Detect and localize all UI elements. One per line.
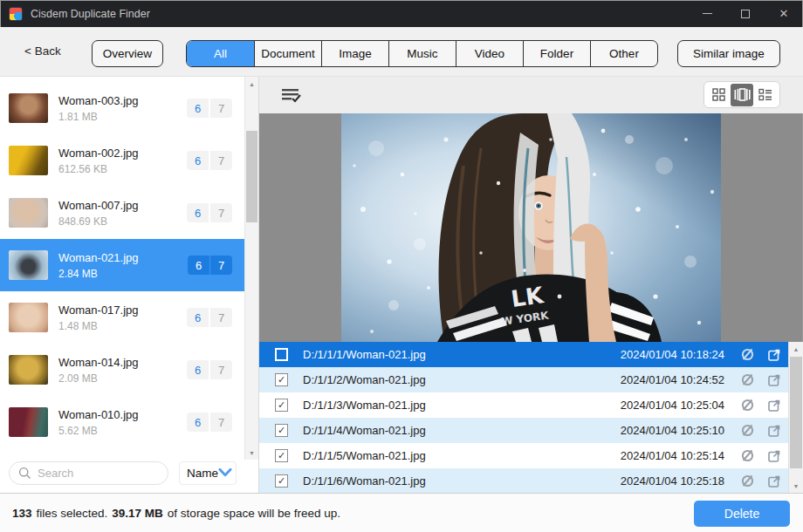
- group-item[interactable]: Woman-003.jpg 1.81 MB 6 7: [0, 82, 244, 134]
- hide-file-button[interactable]: [740, 474, 755, 488]
- count-badges: 6 7: [187, 99, 232, 118]
- tab-other[interactable]: Other: [590, 41, 657, 66]
- close-icon: ✕: [779, 7, 789, 20]
- maximize-button[interactable]: [726, 0, 765, 27]
- selected-count-badge: 6: [187, 203, 209, 222]
- group-item[interactable]: Woman-010.jpg 5.62 MB 6 7: [0, 396, 244, 448]
- open-file-button[interactable]: [767, 399, 781, 413]
- list-view-icon: [758, 88, 772, 101]
- total-count-badge: 7: [210, 413, 232, 432]
- freed-size-label: of storage space will be freed up.: [168, 507, 340, 520]
- group-list: Woman-003.jpg 1.81 MB 6 7 Woman-002.jpg …: [0, 77, 244, 460]
- selected-count-badge: 6: [187, 308, 209, 327]
- file-checkbox-checked[interactable]: ✓: [275, 424, 288, 437]
- thumbnail: [9, 355, 48, 385]
- file-checkbox-unchecked[interactable]: [275, 348, 288, 361]
- file-name: Woman-010.jpg: [58, 408, 139, 421]
- filelist-scrollbar[interactable]: ▲ ▼: [788, 342, 803, 493]
- scroll-down-icon[interactable]: ▼: [245, 446, 258, 460]
- freed-size: 39.17 MB: [112, 507, 163, 520]
- group-item[interactable]: Woman-017.jpg 1.48 MB 6 7: [0, 291, 244, 344]
- total-count-badge: 7: [210, 256, 232, 275]
- tab-all[interactable]: All: [187, 41, 254, 66]
- scroll-up-icon[interactable]: ▲: [789, 342, 803, 356]
- duplicate-file-row[interactable]: ✓ D:/1/1/6/Woman-021.jpg 2024/01/04 10:2…: [259, 468, 788, 493]
- file-size: 1.48 MB: [58, 320, 139, 332]
- hide-file-button[interactable]: [740, 423, 755, 438]
- thumbnail: [9, 93, 48, 123]
- file-date: 2024/01/04 10:25:14: [621, 449, 724, 462]
- file-checkbox-checked[interactable]: ✓: [275, 474, 288, 488]
- minimize-button[interactable]: [688, 0, 726, 27]
- duplicate-file-row[interactable]: ✓ D:/1/1/3/Woman-021.jpg 2024/01/04 10:2…: [259, 392, 788, 418]
- tab-image[interactable]: Image: [321, 41, 388, 66]
- total-count-badge: 7: [210, 360, 232, 379]
- hide-file-button[interactable]: [740, 347, 755, 362]
- scroll-up-icon[interactable]: ▲: [245, 77, 258, 91]
- group-item[interactable]: Woman-014.jpg 2.09 MB 6 7: [0, 344, 244, 396]
- close-button[interactable]: ✕: [765, 0, 803, 27]
- similar-image-button[interactable]: Similar image: [677, 40, 780, 67]
- category-tabs: All Document Image Music Video Folder Ot…: [186, 40, 658, 67]
- tab-video[interactable]: Video: [456, 41, 523, 66]
- file-checkbox-checked[interactable]: ✓: [275, 373, 288, 386]
- duplicate-file-row[interactable]: ✓ D:/1/1/4/Woman-021.jpg 2024/01/04 10:2…: [259, 418, 788, 443]
- file-size: 848.69 KB: [58, 215, 139, 228]
- thumbnail: [9, 198, 48, 228]
- app-window: Cisdem Duplicate Finder ✕ < Back Overvie…: [0, 0, 803, 532]
- tab-folder[interactable]: Folder: [523, 41, 590, 66]
- overview-button[interactable]: Overview: [92, 40, 163, 67]
- file-checkbox-checked[interactable]: ✓: [275, 399, 288, 412]
- carousel-view-icon: [734, 88, 751, 101]
- group-item-selected[interactable]: Woman-021.jpg 2.84 MB 6 7: [0, 239, 244, 291]
- open-file-button[interactable]: [767, 348, 781, 362]
- preview-photo[interactable]: LK W YORK: [341, 113, 721, 342]
- search-input[interactable]: [9, 461, 168, 485]
- file-date: 2024/01/04 10:25:04: [621, 399, 724, 412]
- carousel-view-button[interactable]: [731, 84, 754, 106]
- back-button[interactable]: < Back: [24, 44, 61, 58]
- file-date: 2024/01/04 10:25:10: [621, 424, 724, 437]
- tab-music[interactable]: Music: [388, 41, 456, 66]
- count-badges: 6 7: [188, 256, 232, 275]
- scroll-down-icon[interactable]: ▼: [789, 479, 803, 493]
- select-list-button[interactable]: [281, 87, 302, 106]
- detail-panel: LK W YORK D:/1/1/1/: [259, 77, 803, 493]
- external-link-icon: [767, 373, 781, 387]
- file-size: 612.56 KB: [58, 163, 139, 175]
- list-view-button[interactable]: [753, 84, 777, 106]
- open-file-button[interactable]: [767, 474, 781, 488]
- sort-dropdown[interactable]: Name: [179, 461, 237, 485]
- file-path: D:/1/1/2/Woman-021.jpg: [303, 373, 621, 386]
- sidebar-scrollbar[interactable]: ▲ ▼: [244, 77, 258, 460]
- external-link-icon: [767, 474, 781, 488]
- duplicate-file-list: D:/1/1/1/Woman-021.jpg 2024/01/04 10:18:…: [259, 342, 803, 493]
- open-file-button[interactable]: [767, 449, 781, 463]
- hide-file-button[interactable]: [740, 372, 755, 387]
- total-count-badge: 7: [210, 99, 232, 118]
- group-item[interactable]: Woman-007.jpg 848.69 KB 6 7: [0, 187, 244, 239]
- file-size: 1.81 MB: [58, 111, 139, 123]
- file-path: D:/1/1/5/Woman-021.jpg: [303, 449, 621, 462]
- thumbnail: [9, 303, 48, 332]
- duplicate-file-row[interactable]: D:/1/1/1/Woman-021.jpg 2024/01/04 10:18:…: [259, 342, 788, 367]
- file-checkbox-checked[interactable]: ✓: [275, 449, 288, 462]
- duplicate-file-row[interactable]: ✓ D:/1/1/5/Woman-021.jpg 2024/01/04 10:2…: [259, 443, 788, 468]
- minimize-icon: [703, 13, 712, 15]
- open-file-button[interactable]: [767, 373, 781, 387]
- eye-slash-icon: [740, 347, 755, 362]
- selected-count: 133: [12, 507, 32, 520]
- hide-file-button[interactable]: [740, 398, 755, 413]
- duplicate-file-row[interactable]: ✓ D:/1/1/2/Woman-021.jpg 2024/01/04 10:2…: [259, 367, 788, 392]
- delete-button[interactable]: Delete: [694, 501, 790, 527]
- group-item[interactable]: Woman-002.jpg 612.56 KB 6 7: [0, 134, 244, 187]
- scrollbar-thumb[interactable]: [246, 131, 257, 222]
- open-file-button[interactable]: [767, 424, 781, 438]
- grid-view-button[interactable]: [707, 84, 731, 106]
- hide-file-button[interactable]: [740, 448, 755, 463]
- file-size: 2.84 MB: [58, 268, 139, 280]
- file-path: D:/1/1/1/Woman-021.jpg: [303, 348, 621, 361]
- tab-document[interactable]: Document: [254, 41, 321, 66]
- search-row: Name: [0, 460, 244, 493]
- scrollbar-thumb[interactable]: [790, 357, 802, 468]
